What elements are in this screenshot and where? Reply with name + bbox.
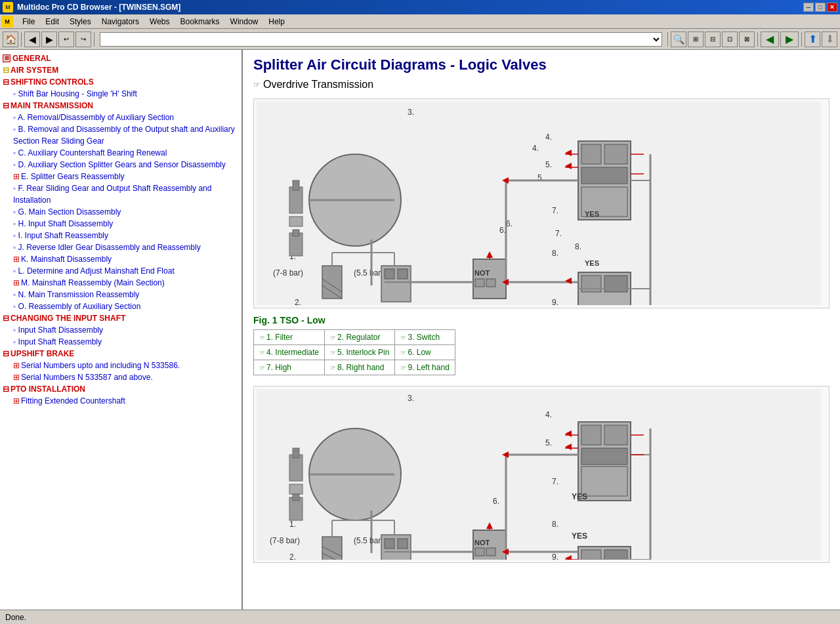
tree-item-general[interactable]: ⊞ GENERAL: [3, 52, 239, 64]
section-subtitle: ☞ Overdrive Transmission: [253, 79, 830, 91]
toolbar-history-btn[interactable]: ↩: [58, 31, 74, 47]
toolbar: 🏠 ◀ ▶ ↩ ↪ 🔍 ⊞ ⊟ ⊡ ⊠ ◀ ▶ ⬆ ⬇: [0, 29, 840, 50]
tree-item-input-re[interactable]: ◦ Input Shaft Reassembly: [3, 336, 239, 348]
label-item-j: ◦ J. Reverse Idler Gear Disassembly and …: [13, 243, 201, 252]
toolbar-search-btn[interactable]: 🔍: [671, 31, 686, 47]
table-cell-1-2[interactable]: ☞2. Regulator: [325, 330, 395, 345]
tree-item-serial1[interactable]: ⊞ Serial Numbers upto and including N 53…: [3, 360, 239, 371]
tree-item-changing-input[interactable]: ⊟ CHANGING THE INPUT SHAFT: [3, 312, 239, 324]
label-serial2: Serial Numbers N 533587 and above.: [21, 371, 153, 383]
tree-item-upshift[interactable]: ⊟ UPSHIFT BRAKE: [3, 348, 239, 360]
tree-item-shifting-controls[interactable]: ⊟ SHIFTING CONTROLS: [3, 76, 239, 88]
label-item-m: M. Mainshaft Reassembly (Main Section): [21, 277, 165, 289]
tree-item-pto[interactable]: ⊟ PTO INSTALLATION: [3, 383, 239, 395]
diagram-2: 3. 1. (7-8 bar) (5.5 bar) 2.: [253, 386, 830, 563]
table-cell-3-3[interactable]: ☞9. Left hand: [395, 360, 455, 375]
svg-rect-27: [385, 269, 394, 279]
label-item-g: ◦ G. Main Section Disassembly: [13, 207, 121, 217]
table-cell-3-1[interactable]: ☞7. High: [254, 360, 325, 375]
tree-item-i[interactable]: ◦ I. Input Shaft Reassembly: [3, 230, 239, 241]
link-icon-1-3: ☞: [400, 334, 406, 341]
toolbar-forward-btn[interactable]: ▶: [41, 31, 57, 47]
tree-item-j[interactable]: ◦ J. Reverse Idler Gear Disassembly and …: [3, 241, 239, 253]
tree-item-l[interactable]: ◦ L. Determine and Adjust Mainshaft End …: [3, 265, 239, 277]
minimize-button[interactable]: ─: [803, 3, 814, 12]
menu-help[interactable]: Help: [263, 16, 290, 28]
label-main-trans: MAIN TRANSMISSION: [10, 100, 93, 112]
tree-item-m[interactable]: ⊞ M. Mainshaft Reassembly (Main Section): [3, 277, 239, 289]
menu-bookmarks[interactable]: Bookmarks: [175, 16, 225, 28]
svg-text:4.: 4.: [532, 144, 539, 153]
toolbar-home-btn[interactable]: 🏠: [3, 31, 18, 47]
tree-item-h[interactable]: ◦ H. Input Shaft Disassembly: [3, 218, 239, 230]
svg-rect-118: [604, 550, 627, 560]
expand-icon-shifting: ⊟: [3, 76, 9, 88]
tree-item-n[interactable]: ◦ N. Main Transmission Reassembly: [3, 289, 239, 301]
tree-item-serial2[interactable]: ⊞ Serial Numbers N 533587 and above.: [3, 371, 239, 383]
expand-icon-main-trans: ⊟: [3, 100, 9, 112]
table-cell-2-1[interactable]: ☞4. Intermediate: [254, 345, 325, 360]
toolbar-back-btn[interactable]: ◀: [24, 31, 40, 47]
toolbar-btn1[interactable]: ⊞: [688, 31, 704, 47]
tree-item-g[interactable]: ◦ G. Main Section Disassembly: [3, 206, 239, 218]
svg-rect-17: [293, 180, 299, 190]
table-cell-2-3[interactable]: ☞6. Low: [395, 345, 455, 360]
menu-edit[interactable]: Edit: [40, 16, 64, 28]
subtitle-link-icon: ☞: [253, 80, 261, 89]
table-cell-1-1[interactable]: ☞1. Filter: [254, 330, 325, 345]
menu-navigators[interactable]: Navigators: [96, 16, 144, 28]
window-controls[interactable]: ─ □ ✕: [803, 3, 837, 12]
tree-item-b[interactable]: ◦ B. Removal and Disassembly of the Outp…: [3, 123, 239, 147]
toolbar-btn4[interactable]: ⊠: [739, 31, 755, 47]
svg-rect-16: [289, 187, 303, 213]
tree-item-air-system[interactable]: ⊟ AIR SYSTEM: [3, 64, 239, 76]
toolbar-history2-btn[interactable]: ↪: [75, 31, 91, 47]
svg-rect-92: [398, 539, 408, 549]
table-cell-3-2[interactable]: ☞8. Right hand: [325, 360, 395, 375]
tree-item-main-trans[interactable]: ⊟ MAIN TRANSMISSION: [3, 100, 239, 112]
tree-item-e[interactable]: ⊞ E. Splitter Gears Reassembly: [3, 171, 239, 182]
tree-item-fitting[interactable]: ⊞ Fitting Extended Countershaft: [3, 395, 239, 407]
svg-text:6.: 6.: [506, 219, 513, 228]
table-cell-2-2[interactable]: ☞5. Interlock Pin: [325, 345, 395, 360]
svg-text:8.: 8.: [552, 249, 558, 258]
tree-item-c[interactable]: ◦ C. Auxiliary Countershaft Bearing Rene…: [3, 147, 239, 159]
svg-text:3.: 3.: [408, 108, 414, 117]
svg-text:1.: 1.: [289, 520, 296, 529]
toolbar-up-btn[interactable]: ⬆: [805, 31, 820, 47]
tree-item-a[interactable]: ◦ A. Removal/Disassembly of Auxiliary Se…: [3, 112, 239, 123]
link-icon-3-2: ☞: [330, 364, 336, 371]
label-item-c: ◦ C. Auxiliary Countershaft Bearing Rene…: [13, 148, 167, 157]
toolbar-down-btn[interactable]: ⬇: [822, 31, 837, 47]
nav-next-btn[interactable]: ▶: [780, 31, 799, 47]
tree-item-k[interactable]: ⊞ K. Mainshaft Disassembly: [3, 253, 239, 265]
menu-webs[interactable]: Webs: [144, 16, 175, 28]
toolbar-sep1: [21, 32, 22, 47]
svg-text:4.: 4.: [545, 410, 552, 419]
tree-item-f[interactable]: ◦ F. Rear Sliding Gear and Output Shaft …: [3, 182, 239, 206]
close-button[interactable]: ✕: [827, 3, 837, 12]
nav-prev-btn[interactable]: ◀: [761, 31, 779, 47]
tree-item-o[interactable]: ◦ O. Reassembly of Auxiliary Section: [3, 301, 239, 312]
svg-text:NOT: NOT: [474, 539, 490, 547]
tree-item-shift-bar[interactable]: ◦ Shift Bar Housing - Single 'H' Shift: [3, 88, 239, 100]
label-item-k: K. Mainshaft Disassembly: [21, 253, 112, 265]
menu-styles[interactable]: Styles: [64, 16, 96, 28]
label-pto: PTO INSTALLATION: [10, 383, 85, 395]
left-panel: ⊞ GENERAL ⊟ AIR SYSTEM ⊟ SHIFTING CONTRO…: [0, 50, 243, 610]
address-bar[interactable]: [100, 32, 662, 47]
expand-icon-upshift: ⊟: [3, 348, 9, 360]
toolbar-btn3[interactable]: ⊡: [722, 31, 738, 47]
page-title: Splitter Air Circuit Diagrams - Logic Va…: [253, 56, 830, 73]
tree-item-d[interactable]: ◦ D. Auxiliary Section Splitter Gears an…: [3, 159, 239, 171]
tree-item-input-dis[interactable]: ◦ Input Shaft Disassembly: [3, 324, 239, 336]
menu-window[interactable]: Window: [225, 16, 264, 28]
restore-button[interactable]: □: [815, 3, 826, 12]
toolbar-btn2[interactable]: ⊟: [705, 31, 721, 47]
menu-file[interactable]: File: [17, 16, 40, 28]
expand-icon-serial2: ⊞: [13, 371, 20, 383]
expand-icon-e: ⊞: [13, 171, 20, 182]
svg-rect-20: [293, 230, 299, 236]
toolbar-sep3: [667, 32, 668, 47]
table-cell-1-3[interactable]: ☞3. Switch: [395, 330, 455, 345]
